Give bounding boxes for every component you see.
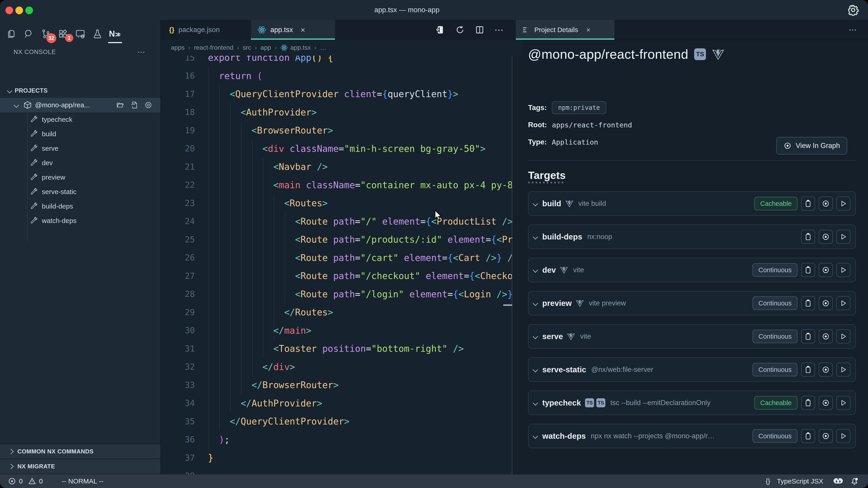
view-in-graph-button[interactable] xyxy=(819,396,833,410)
minimize-window-button[interactable] xyxy=(16,6,23,14)
code-line-28[interactable]: 28 <Route path="/login" element={<Login … xyxy=(160,285,513,303)
sidebar-section-common-nx-commands[interactable]: COMMON NX COMMANDS xyxy=(0,444,160,459)
code-line-22[interactable]: 22 <main className="container mx-auto px… xyxy=(160,176,513,194)
copilot-icon[interactable] xyxy=(833,477,843,485)
run-target-settings-icon[interactable] xyxy=(435,25,445,35)
run-target-button[interactable] xyxy=(836,429,850,443)
tab-package-json[interactable]: {} package.json xyxy=(161,20,259,40)
code-line-31[interactable]: 31 <Toaster position="bottom-right" /> xyxy=(160,339,513,358)
projects-section-header[interactable]: PROJECTS xyxy=(0,84,160,98)
breadcrumb[interactable]: apps›react-frontend›src›app›app.tsx›… xyxy=(161,40,523,56)
breadcrumb-item[interactable]: react-frontend xyxy=(194,44,233,51)
code-line-19[interactable]: 19 <BrowserRouter> xyxy=(160,121,513,140)
view-in-graph-button[interactable] xyxy=(819,329,833,344)
sidebar-item-preview[interactable]: preview xyxy=(0,170,160,185)
breadcrumb-item[interactable]: app xyxy=(260,44,271,51)
chevron-down-icon[interactable] xyxy=(532,234,538,239)
sidebar-item-serve[interactable]: serve xyxy=(0,141,160,156)
code-line-36[interactable]: 36 ); xyxy=(160,431,513,449)
run-target-button[interactable] xyxy=(836,296,850,310)
chevron-down-icon[interactable] xyxy=(532,433,538,439)
breadcrumb-item[interactable]: apps xyxy=(171,44,185,51)
code-line-25[interactable]: 25 <Route path="/products/:id" element={… xyxy=(160,230,513,249)
refresh-icon[interactable] xyxy=(455,25,465,35)
run-target-button[interactable] xyxy=(836,230,850,244)
view-in-graph-button[interactable] xyxy=(819,230,833,244)
nx-icon[interactable]: N≫ xyxy=(109,29,120,39)
sidebar-item-dev[interactable]: dev xyxy=(0,156,160,170)
chevron-down-icon[interactable] xyxy=(532,267,538,273)
code-editor[interactable]: 15export function App() {16 return (17 <… xyxy=(160,48,513,475)
chevron-down-icon[interactable] xyxy=(532,300,538,306)
copy-task-button[interactable] xyxy=(801,329,815,344)
run-target-button[interactable] xyxy=(836,363,850,377)
code-line-34[interactable]: 34 </AuthProvider> xyxy=(160,394,513,413)
sidebar-item-typecheck[interactable]: typecheck xyxy=(0,112,160,127)
open-folder-icon[interactable] xyxy=(116,101,124,109)
copy-task-button[interactable] xyxy=(801,396,815,410)
beaker-icon[interactable] xyxy=(92,29,103,39)
target-icon[interactable] xyxy=(144,101,152,109)
run-target-button[interactable] xyxy=(836,329,850,344)
sidebar-item-build-deps[interactable]: build-deps xyxy=(0,199,160,214)
code-line-27[interactable]: 27 <Route path="/checkout" element={<Che… xyxy=(160,267,513,285)
editor-scrollbar-gutter[interactable] xyxy=(512,40,512,475)
code-line-26[interactable]: 26 <Route path="/cart" element={<Cart />… xyxy=(160,249,513,267)
sidebar-section-nx-migrate[interactable]: NX MIGRATE xyxy=(0,459,160,474)
panel-more-icon[interactable]: ⋯ xyxy=(848,25,858,35)
warnings-icon[interactable] xyxy=(28,477,36,485)
chevron-down-icon[interactable] xyxy=(532,201,538,206)
errors-icon[interactable] xyxy=(8,477,16,485)
code-line-38[interactable]: 38 xyxy=(160,467,513,475)
breadcrumb-item[interactable]: src xyxy=(243,44,251,51)
copy-task-button[interactable] xyxy=(801,429,815,443)
chevron-down-icon[interactable] xyxy=(532,367,538,372)
close-tab-icon[interactable]: × xyxy=(301,26,305,34)
code-line-29[interactable]: 29 </Routes> xyxy=(160,303,513,322)
tab-project-details[interactable]: Project Details × xyxy=(516,20,614,40)
sidebar-more-icon[interactable]: ⋯ xyxy=(137,47,146,57)
remote-window-icon[interactable] xyxy=(75,29,86,39)
copy-task-button[interactable] xyxy=(801,263,815,277)
view-in-graph-button[interactable]: View In Graph xyxy=(776,137,847,155)
code-line-16[interactable]: 16 return ( xyxy=(160,67,513,85)
more-actions-icon[interactable]: ⋯ xyxy=(494,25,504,35)
view-in-graph-button[interactable] xyxy=(819,197,833,210)
breadcrumb-item[interactable]: … xyxy=(320,44,327,51)
code-line-37[interactable]: 37} xyxy=(160,449,513,467)
sidebar-item-watch-deps[interactable]: watch-deps xyxy=(0,214,160,228)
copy-task-button[interactable] xyxy=(801,197,815,210)
close-panel-tab-icon[interactable]: × xyxy=(586,26,590,34)
code-line-30[interactable]: 30 </main> xyxy=(160,322,513,340)
sidebar-item-build[interactable]: build xyxy=(0,127,160,141)
run-target-button[interactable] xyxy=(836,396,850,410)
code-line-24[interactable]: 24 <Route path="/" element={<ProductList… xyxy=(160,213,513,231)
language-mode[interactable]: TypeScript JSX xyxy=(777,477,823,485)
sidebar-project-row[interactable]: @mono-app/rea... xyxy=(0,98,160,112)
code-line-18[interactable]: 18 <AuthProvider> xyxy=(160,103,513,122)
copy-task-button[interactable] xyxy=(801,363,815,377)
code-line-32[interactable]: 32 </div> xyxy=(160,358,513,376)
sidebar-item-serve-static[interactable]: serve-static xyxy=(0,185,160,199)
view-in-graph-button[interactable] xyxy=(819,363,833,377)
run-target-button[interactable] xyxy=(836,197,850,210)
files-icon[interactable] xyxy=(6,29,17,39)
code-line-20[interactable]: 20 <div className="min-h-screen bg-gray-… xyxy=(160,140,513,158)
view-in-graph-button[interactable] xyxy=(819,429,833,443)
code-line-21[interactable]: 21 <Navbar /> xyxy=(160,158,513,176)
search-icon[interactable] xyxy=(24,29,34,39)
code-line-35[interactable]: 35 </QueryClientProvider> xyxy=(160,412,513,431)
settings-gear-icon[interactable] xyxy=(847,4,859,16)
breadcrumb-item[interactable]: app.tsx xyxy=(280,44,311,52)
close-window-button[interactable] xyxy=(5,6,13,14)
view-in-graph-button[interactable] xyxy=(819,296,833,310)
zoom-window-button[interactable] xyxy=(25,6,33,14)
view-in-graph-button[interactable] xyxy=(819,263,833,277)
chevron-down-icon[interactable] xyxy=(532,400,538,405)
copy-task-button[interactable] xyxy=(801,230,815,244)
code-line-23[interactable]: 23 <Routes> xyxy=(160,194,513,213)
chevron-down-icon[interactable] xyxy=(532,334,538,339)
code-line-17[interactable]: 17 <QueryClientProvider client={queryCli… xyxy=(160,85,513,103)
tab-app-tsx[interactable]: app.tsx × xyxy=(251,20,335,40)
copy-task-button[interactable] xyxy=(801,296,815,310)
